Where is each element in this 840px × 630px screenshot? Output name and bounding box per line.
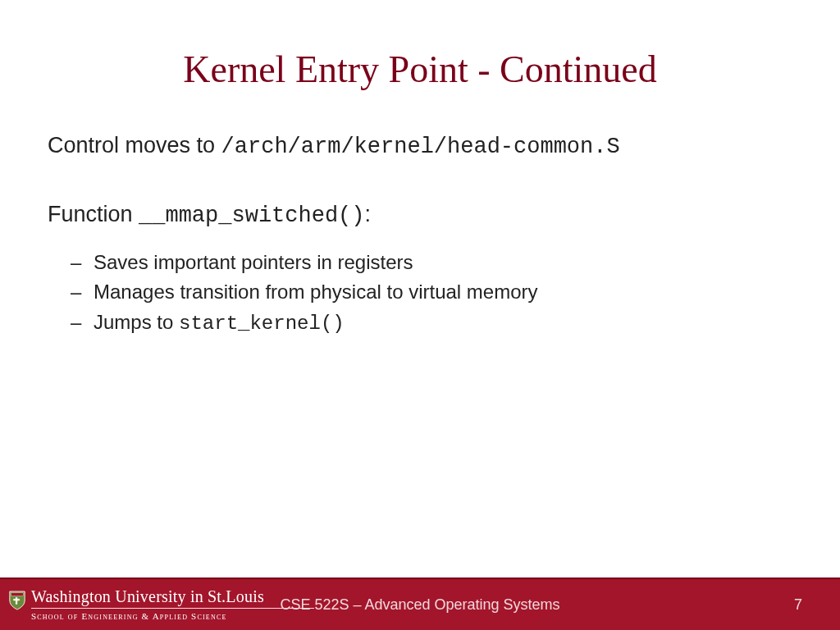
school-name: School of Engineering & Applied Science bbox=[31, 611, 314, 621]
list-item: Manages transition from physical to virt… bbox=[94, 279, 791, 305]
text-prefix: Function bbox=[48, 202, 139, 226]
code-func: start_kernel() bbox=[179, 313, 345, 335]
university-name: Washington University in St.Louis bbox=[31, 588, 314, 605]
code-path: /arch/arm/kernel/head-common.S bbox=[221, 135, 620, 159]
line-control-moves: Control moves to /arch/arm/kernel/head-c… bbox=[48, 130, 791, 162]
logo-block: Washington University in St.Louis School… bbox=[0, 588, 314, 621]
bullet-text: Saves important pointers in registers bbox=[94, 251, 413, 273]
university-block: Washington University in St.Louis School… bbox=[31, 588, 314, 621]
bullet-text: Manages transition from physical to virt… bbox=[94, 281, 538, 303]
slide-title: Kernel Entry Point - Continued bbox=[0, 0, 840, 116]
list-item: Jumps to start_kernel() bbox=[94, 309, 791, 337]
line-function: Function __mmap_switched(): bbox=[48, 199, 791, 231]
code-func: __mmap_switched() bbox=[139, 203, 364, 228]
course-label: CSE 522S – Advanced Operating Systems bbox=[280, 596, 559, 614]
bullet-list: Saves important pointers in registers Ma… bbox=[48, 249, 791, 337]
text-prefix: Control moves to bbox=[48, 133, 221, 158]
list-item: Saves important pointers in registers bbox=[94, 249, 791, 276]
slide-body: Control moves to /arch/arm/kernel/head-c… bbox=[0, 130, 840, 337]
footer-bar: Washington University in St.Louis School… bbox=[0, 578, 840, 630]
svg-rect-0 bbox=[11, 593, 24, 596]
divider-line bbox=[31, 608, 314, 609]
slide: Kernel Entry Point - Continued Control m… bbox=[0, 0, 840, 630]
text-suffix: : bbox=[365, 202, 372, 226]
shield-icon bbox=[8, 590, 26, 611]
page-number: 7 bbox=[794, 596, 802, 614]
bullet-text: Jumps to bbox=[94, 311, 179, 333]
